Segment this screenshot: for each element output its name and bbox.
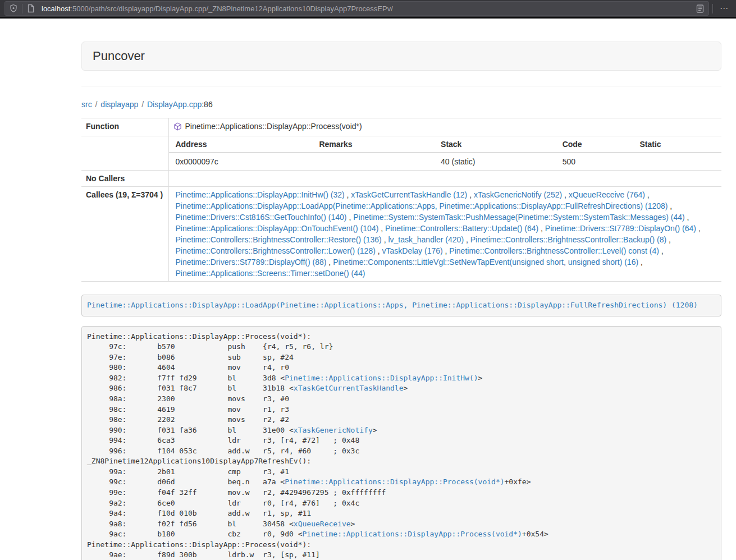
col-address: Address [169,136,313,153]
callees-row: Callees (19, Σ=3704 ) Pinetime::Applicat… [81,187,721,282]
assembly-symbol-link[interactable]: Pinetime::Applications::DisplayApp::Proc… [303,530,522,538]
shield-icon[interactable] [8,3,19,13]
function-stats-row: Address Remarks Stack Code Static 0x0000… [81,136,721,171]
stats-row: 0x0000097c 40 (static) 500 [169,153,722,170]
col-remarks: Remarks [312,136,434,153]
empty-label [81,136,168,171]
cell-remarks [312,153,434,170]
cell-static [633,153,721,170]
callee-link[interactable]: lv_task_handler (420) [388,235,464,244]
callee-link[interactable]: xTaskGenericNotify (252) [474,190,562,199]
assembly-symbol-link[interactable]: xQueueReceive [294,520,351,528]
callees-label: Callees (19, Σ=3704 ) [81,187,168,282]
assembly-symbol-link[interactable]: xTaskGenericNotify [294,426,373,434]
callee-link[interactable]: Pinetime::Controllers::BrightnessControl… [176,235,382,244]
url-host: localhost [42,4,70,13]
cell-address: 0x0000097c [169,153,313,170]
page-icon[interactable] [26,3,36,13]
urlbar-separator [22,4,22,13]
breadcrumb-separator: / [140,100,145,109]
cell-code: 500 [556,153,633,170]
callee-link[interactable]: Pinetime::Drivers::St7789::DisplayOff() … [176,258,327,267]
callee-link[interactable]: Pinetime::Drivers::Cst816S::GetTouchInfo… [176,213,347,222]
assembly-symbol-link[interactable]: xTaskGetCurrentTaskHandle [294,384,404,392]
browser-toolbar: localhost:5000/path/src/displayapp/Displ… [0,0,736,19]
cube-icon [173,122,182,134]
callee-link[interactable]: Pinetime::Applications::DisplayApp::OnTo… [176,224,379,233]
function-name: Pinetime::Applications::DisplayApp::Proc… [185,122,362,131]
url-bar[interactable]: localhost:5000/path/src/displayapp/Displ… [4,1,709,16]
breadcrumb-line-number: :86 [202,100,212,109]
reader-mode-icon[interactable] [695,3,705,13]
brand-banner: Puncover [81,42,721,71]
callers-row: No Callers [81,171,721,187]
snippet-link[interactable]: Pinetime::Applications::DisplayApp::Load… [87,301,698,309]
callee-link[interactable]: xTaskGetCurrentTaskHandle (12) [351,190,467,199]
callee-link[interactable]: Pinetime::Controllers::Battery::Update()… [385,224,538,233]
loadapp-snippet: Pinetime::Applications::DisplayApp::Load… [81,295,721,316]
breadcrumb: src / displayapp / DisplayApp.cpp:86 [81,99,721,110]
callee-link[interactable]: Pinetime::Applications::DisplayApp::Init… [176,190,345,199]
callee-link[interactable]: Pinetime::Applications::Screens::Timer::… [176,269,365,278]
toolbar-separator [712,4,713,13]
callee-link[interactable]: Pinetime::System::SystemTask::PushMessag… [353,213,685,222]
url-text[interactable]: localhost:5000/path/src/displayapp/Displ… [39,4,692,13]
assembly-code: Pinetime::Applications::DisplayApp::Proc… [81,326,721,560]
callee-link[interactable]: Pinetime::Controllers::BrightnessControl… [449,246,659,255]
breadcrumb-src[interactable]: src [81,100,92,109]
url-path: :5000/path/src/displayapp/DisplayApp.cpp… [70,4,393,13]
function-row: Function Pinetime::Applications::Display… [81,118,721,136]
callee-link[interactable]: Pinetime::Controllers::BrightnessControl… [176,246,376,255]
callees-list: Pinetime::Applications::DisplayApp::Init… [168,187,721,282]
callers-label: No Callers [81,171,168,187]
page-container: Puncover src / displayapp / DisplayApp.c… [81,19,721,560]
callers-cell [168,171,721,187]
callee-link[interactable]: Pinetime::Controllers::BrightnessControl… [470,235,666,244]
assembly-symbol-link[interactable]: Pinetime::Applications::DisplayApp::Init… [285,374,478,382]
breadcrumb-file[interactable]: DisplayApp.cpp [147,100,202,109]
callee-link[interactable]: Pinetime::Applications::DisplayApp::Load… [176,201,668,210]
callee-link[interactable]: Pinetime::Components::LittleVgl::SetNewT… [333,258,638,267]
breadcrumb-displayapp[interactable]: displayapp [100,100,138,109]
callee-link[interactable]: Pinetime::Drivers::St7789::DisplayOn() (… [545,224,696,233]
callee-link[interactable]: vTaskDelay (176) [382,246,443,255]
function-label: Function [81,118,168,136]
function-table: Function Pinetime::Applications::Display… [81,118,721,282]
col-static: Static [633,136,721,153]
stats-table: Address Remarks Stack Code Static 0x0000… [169,136,722,170]
brand-link[interactable]: Puncover [93,49,145,63]
col-stack: Stack [434,136,556,153]
breadcrumb-separator: / [94,100,99,109]
col-code: Code [556,136,633,153]
divider [81,86,721,86]
assembly-symbol-link[interactable]: Pinetime::Applications::DisplayApp::Proc… [285,478,504,486]
overflow-menu-button[interactable]: ⋯ [716,2,732,15]
cell-stack: 40 (static) [434,153,556,170]
callee-link[interactable]: xQueueReceive (764) [569,190,645,199]
